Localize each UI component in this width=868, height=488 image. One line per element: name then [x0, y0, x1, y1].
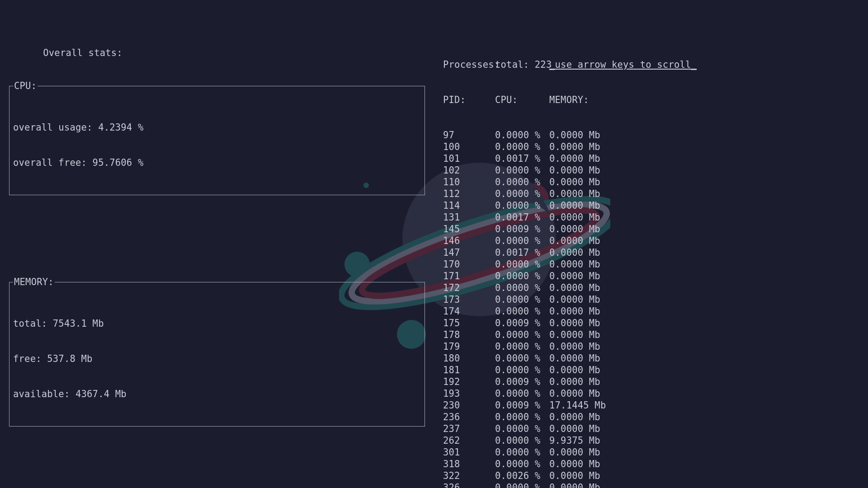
process-row[interactable]: 1700.0000 %0.0000 Mb	[443, 258, 859, 270]
process-row[interactable]: 3220.0026 %0.0000 Mb	[443, 470, 859, 482]
process-cpu: 0.0000 %	[495, 200, 549, 211]
process-pid: 100	[443, 141, 495, 153]
process-mem: 0.0000 Mb	[549, 364, 622, 376]
process-mem: 0.0000 Mb	[549, 305, 622, 317]
process-cpu: 0.0026 %	[495, 470, 549, 482]
process-mem: 0.0000 Mb	[549, 270, 622, 282]
process-row[interactable]: 1000.0000 %0.0000 Mb	[443, 141, 859, 153]
process-row[interactable]: 1020.0000 %0.0000 Mb	[443, 164, 859, 176]
process-row[interactable]: 1800.0000 %0.0000 Mb	[443, 352, 859, 364]
process-mem: 0.0000 Mb	[549, 211, 622, 223]
process-cpu: 0.0000 %	[495, 411, 549, 423]
process-pid: 170	[443, 258, 495, 270]
process-row[interactable]: 3180.0000 %0.0000 Mb	[443, 458, 859, 470]
process-pid: 101	[443, 153, 495, 164]
terminal-monitor[interactable]: Overall stats: CPU: overall usage: 4.239…	[0, 0, 868, 488]
process-mem: 0.0000 Mb	[549, 176, 622, 188]
process-row[interactable]: 1810.0000 %0.0000 Mb	[443, 364, 859, 376]
process-pid: 301	[443, 446, 495, 458]
process-row[interactable]: 1460.0000 %0.0000 Mb	[443, 235, 859, 247]
process-cpu: 0.0009 %	[495, 399, 549, 411]
process-mem: 0.0000 Mb	[549, 258, 622, 270]
processes-total: total: 223	[495, 59, 549, 70]
process-cpu: 0.0000 %	[495, 341, 549, 352]
col-header-pid: PID:	[443, 94, 495, 106]
process-row[interactable]: 3260.0000 %0.0000 Mb	[443, 482, 859, 488]
process-pid: 179	[443, 341, 495, 352]
process-mem: 0.0000 Mb	[549, 188, 622, 200]
process-pid: 145	[443, 223, 495, 235]
process-row[interactable]: 1120.0000 %0.0000 Mb	[443, 188, 859, 200]
process-row[interactable]: 1930.0000 %0.0000 Mb	[443, 388, 859, 399]
process-table[interactable]: Processes: total: 223 _use arrow keys to…	[443, 35, 859, 488]
process-row[interactable]: 1920.0009 %0.0000 Mb	[443, 376, 859, 388]
process-pid: 237	[443, 423, 495, 435]
process-row[interactable]: 1100.0000 %0.0000 Mb	[443, 176, 859, 188]
process-row[interactable]: 1010.0017 %0.0000 Mb	[443, 153, 859, 164]
process-row[interactable]: 3010.0000 %0.0000 Mb	[443, 446, 859, 458]
process-mem: 0.0000 Mb	[549, 164, 622, 176]
process-mem: 0.0000 Mb	[549, 388, 622, 399]
process-row[interactable]: 1730.0000 %0.0000 Mb	[443, 294, 859, 305]
process-cpu: 0.0000 %	[495, 235, 549, 247]
process-pid: 147	[443, 247, 495, 258]
process-cpu: 0.0000 %	[495, 270, 549, 282]
process-pid: 178	[443, 329, 495, 341]
memory-line: free: 537.8 Mb	[13, 353, 421, 365]
memory-line: available: 4367.4 Mb	[13, 388, 421, 400]
process-cpu: 0.0000 %	[495, 305, 549, 317]
process-row[interactable]: 1740.0000 %0.0000 Mb	[443, 305, 859, 317]
process-cpu: 0.0000 %	[495, 482, 549, 488]
process-row[interactable]: 1780.0000 %0.0000 Mb	[443, 329, 859, 341]
process-mem: 0.0000 Mb	[549, 411, 622, 423]
process-row[interactable]: 1450.0009 %0.0000 Mb	[443, 223, 859, 235]
process-mem: 0.0000 Mb	[549, 294, 622, 305]
process-row[interactable]: 1720.0000 %0.0000 Mb	[443, 282, 859, 294]
process-cpu: 0.0017 %	[495, 211, 549, 223]
process-row[interactable]: 2370.0000 %0.0000 Mb	[443, 423, 859, 435]
process-mem: 0.0000 Mb	[549, 329, 622, 341]
process-row[interactable]: 1790.0000 %0.0000 Mb	[443, 341, 859, 352]
process-pid: 112	[443, 188, 495, 200]
process-pid: 174	[443, 305, 495, 317]
process-cpu: 0.0000 %	[495, 258, 549, 270]
process-mem: 0.0000 Mb	[549, 141, 622, 153]
process-cpu: 0.0000 %	[495, 446, 549, 458]
process-cpu: 0.0000 %	[495, 188, 549, 200]
process-row[interactable]: 2620.0000 %9.9375 Mb	[443, 435, 859, 446]
process-mem: 0.0000 Mb	[549, 341, 622, 352]
memory-line: total: 7543.1 Mb	[13, 318, 421, 329]
process-mem: 17.1445 Mb	[549, 399, 622, 411]
process-mem: 0.0000 Mb	[549, 352, 622, 364]
process-mem: 0.0000 Mb	[549, 247, 622, 258]
cpu-box: CPU: overall usage: 4.2394 % overall fre…	[9, 86, 425, 195]
process-row[interactable]: 1710.0000 %0.0000 Mb	[443, 270, 859, 282]
process-cpu: 0.0000 %	[495, 164, 549, 176]
process-mem: 0.0000 Mb	[549, 446, 622, 458]
process-pid: 97	[443, 129, 495, 141]
process-mem: 0.0000 Mb	[549, 129, 622, 141]
process-row[interactable]: 970.0000 %0.0000 Mb	[443, 129, 859, 141]
process-mem: 0.0000 Mb	[549, 282, 622, 294]
process-row[interactable]: 1140.0000 %0.0000 Mb	[443, 200, 859, 211]
process-pid: 131	[443, 211, 495, 223]
process-row[interactable]: 1310.0017 %0.0000 Mb	[443, 211, 859, 223]
process-cpu: 0.0000 %	[495, 435, 549, 446]
process-row[interactable]: 2300.0009 %17.1445 Mb	[443, 399, 859, 411]
process-pid: 175	[443, 317, 495, 329]
col-header-mem: MEMORY:	[549, 94, 622, 106]
process-pid: 322	[443, 470, 495, 482]
process-row[interactable]: 2360.0000 %0.0000 Mb	[443, 411, 859, 423]
process-mem: 0.0000 Mb	[549, 423, 622, 435]
process-cpu: 0.0009 %	[495, 223, 549, 235]
process-mem: 0.0000 Mb	[549, 482, 622, 488]
process-cpu: 0.0000 %	[495, 129, 549, 141]
col-header-cpu: CPU:	[495, 94, 549, 106]
process-pid: 146	[443, 235, 495, 247]
process-row[interactable]: 1470.0017 %0.0000 Mb	[443, 247, 859, 258]
process-row[interactable]: 1750.0009 %0.0000 Mb	[443, 317, 859, 329]
cpu-legend: CPU:	[13, 80, 38, 92]
process-cpu: 0.0000 %	[495, 423, 549, 435]
process-pid: 192	[443, 376, 495, 388]
process-mem: 0.0000 Mb	[549, 235, 622, 247]
